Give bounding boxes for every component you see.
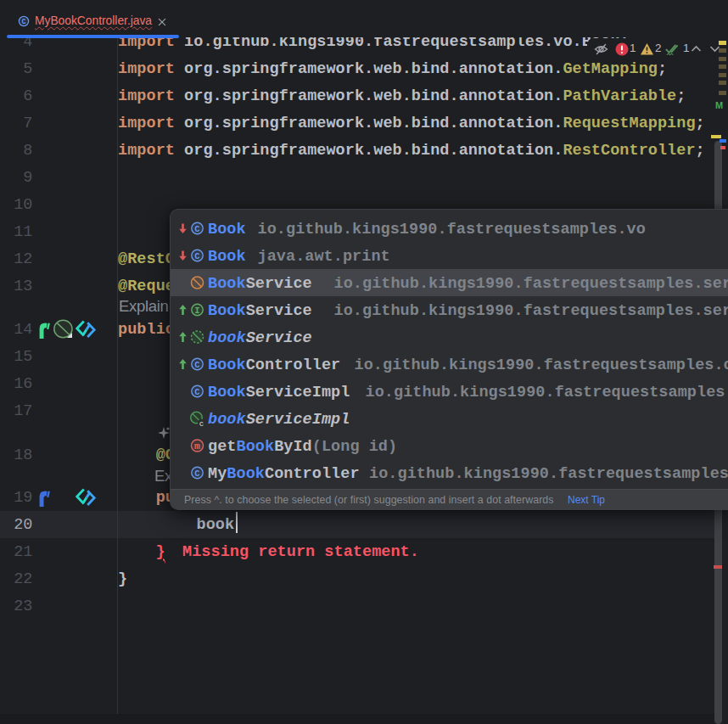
svg-text:C: C	[21, 18, 25, 26]
